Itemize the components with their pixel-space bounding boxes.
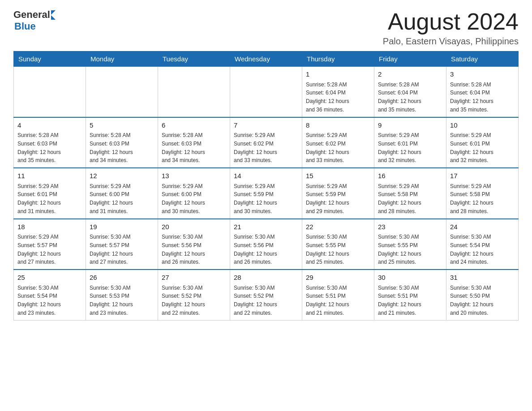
calendar-week-row: 18Sunrise: 5:29 AMSunset: 5:57 PMDayligh… [14,219,519,270]
calendar-day-cell [158,67,230,117]
title-section: August 2024 Palo, Eastern Visayas, Phili… [383,9,519,47]
calendar-day-cell: 11Sunrise: 5:29 AMSunset: 6:01 PMDayligh… [14,168,86,219]
day-info: Sunrise: 5:30 AMSunset: 5:54 PMDaylight:… [17,285,61,316]
day-number: 19 [90,222,154,232]
calendar-day-cell [86,67,158,117]
day-info: Sunrise: 5:30 AMSunset: 5:56 PMDaylight:… [162,234,205,265]
calendar-day-cell: 16Sunrise: 5:29 AMSunset: 5:58 PMDayligh… [374,168,446,219]
day-number: 13 [162,171,226,181]
calendar-day-cell: 15Sunrise: 5:29 AMSunset: 5:59 PMDayligh… [302,168,374,219]
day-number: 30 [378,273,442,283]
calendar-day-cell: 4Sunrise: 5:28 AMSunset: 6:03 PMDaylight… [14,117,86,168]
day-number: 21 [234,222,298,232]
logo-general: General [13,9,50,21]
weekday-header: Friday [374,51,446,67]
day-info: Sunrise: 5:29 AMSunset: 6:02 PMDaylight:… [306,132,349,163]
weekday-header: Sunday [14,51,86,67]
calendar-day-cell: 13Sunrise: 5:29 AMSunset: 6:00 PMDayligh… [158,168,230,219]
day-info: Sunrise: 5:30 AMSunset: 5:54 PMDaylight:… [450,234,493,265]
calendar-day-cell: 27Sunrise: 5:30 AMSunset: 5:52 PMDayligh… [158,270,230,320]
day-number: 9 [378,120,442,131]
day-number: 29 [306,273,370,283]
calendar-day-cell: 20Sunrise: 5:30 AMSunset: 5:56 PMDayligh… [158,219,230,270]
page-header: General Blue August 2024 Palo, Eastern V… [13,9,519,47]
day-number: 2 [378,69,442,80]
calendar-day-cell: 9Sunrise: 5:29 AMSunset: 6:01 PMDaylight… [374,117,446,168]
day-info: Sunrise: 5:30 AMSunset: 5:53 PMDaylight:… [90,285,133,316]
logo-blue: Blue [14,21,36,32]
day-number: 1 [306,69,370,80]
day-info: Sunrise: 5:28 AMSunset: 6:03 PMDaylight:… [162,132,205,163]
day-info: Sunrise: 5:28 AMSunset: 6:03 PMDaylight:… [90,132,133,163]
day-info: Sunrise: 5:30 AMSunset: 5:51 PMDaylight:… [378,285,421,316]
calendar-week-row: 25Sunrise: 5:30 AMSunset: 5:54 PMDayligh… [14,270,519,320]
calendar-day-cell: 31Sunrise: 5:30 AMSunset: 5:50 PMDayligh… [446,270,519,320]
weekday-header: Thursday [302,51,374,67]
day-number: 25 [17,273,82,283]
calendar-day-cell: 28Sunrise: 5:30 AMSunset: 5:52 PMDayligh… [230,270,302,320]
day-info: Sunrise: 5:30 AMSunset: 5:55 PMDaylight:… [306,234,349,265]
calendar-day-cell: 18Sunrise: 5:29 AMSunset: 5:57 PMDayligh… [14,219,86,270]
calendar-day-cell: 8Sunrise: 5:29 AMSunset: 6:02 PMDaylight… [302,117,374,168]
calendar-day-cell [230,67,302,117]
day-info: Sunrise: 5:30 AMSunset: 5:52 PMDaylight:… [162,285,205,316]
day-number: 10 [450,120,515,131]
day-number: 8 [306,120,370,131]
day-info: Sunrise: 5:29 AMSunset: 6:01 PMDaylight:… [450,132,493,163]
day-number: 15 [306,171,370,181]
calendar-week-row: 4Sunrise: 5:28 AMSunset: 6:03 PMDaylight… [14,117,519,168]
calendar-day-cell: 26Sunrise: 5:30 AMSunset: 5:53 PMDayligh… [86,270,158,320]
calendar-day-cell [14,67,86,117]
day-info: Sunrise: 5:28 AMSunset: 6:04 PMDaylight:… [306,81,349,113]
logo-arrow-bottom [51,15,56,20]
calendar-day-cell: 17Sunrise: 5:29 AMSunset: 5:58 PMDayligh… [446,168,519,219]
logo: General Blue [13,9,56,32]
day-number: 3 [450,69,515,80]
day-info: Sunrise: 5:29 AMSunset: 6:02 PMDaylight:… [234,132,277,163]
calendar-week-row: 1Sunrise: 5:28 AMSunset: 6:04 PMDaylight… [14,67,519,117]
calendar-day-cell: 24Sunrise: 5:30 AMSunset: 5:54 PMDayligh… [446,219,519,270]
day-number: 22 [306,222,370,232]
day-info: Sunrise: 5:28 AMSunset: 6:04 PMDaylight:… [378,81,421,113]
day-number: 18 [17,222,82,232]
weekday-header: Monday [86,51,158,67]
day-number: 11 [17,171,82,181]
calendar-day-cell: 22Sunrise: 5:30 AMSunset: 5:55 PMDayligh… [302,219,374,270]
calendar-day-cell: 10Sunrise: 5:29 AMSunset: 6:01 PMDayligh… [446,117,519,168]
day-number: 23 [378,222,442,232]
day-number: 27 [162,273,226,283]
day-number: 12 [90,171,154,181]
day-number: 26 [90,273,154,283]
day-number: 6 [162,120,226,131]
day-number: 4 [17,120,82,131]
calendar-day-cell: 29Sunrise: 5:30 AMSunset: 5:51 PMDayligh… [302,270,374,320]
calendar-day-cell: 30Sunrise: 5:30 AMSunset: 5:51 PMDayligh… [374,270,446,320]
calendar-day-cell: 14Sunrise: 5:29 AMSunset: 5:59 PMDayligh… [230,168,302,219]
logo-arrow-top [51,10,56,15]
day-info: Sunrise: 5:28 AMSunset: 6:03 PMDaylight:… [17,132,61,163]
day-number: 20 [162,222,226,232]
weekday-header: Saturday [446,51,519,67]
calendar-week-row: 11Sunrise: 5:29 AMSunset: 6:01 PMDayligh… [14,168,519,219]
day-number: 7 [234,120,298,131]
day-number: 14 [234,171,298,181]
calendar-header-row: SundayMondayTuesdayWednesdayThursdayFrid… [14,51,519,67]
day-info: Sunrise: 5:29 AMSunset: 5:59 PMDaylight:… [234,183,277,214]
calendar-day-cell: 1Sunrise: 5:28 AMSunset: 6:04 PMDaylight… [302,67,374,117]
day-number: 31 [450,273,515,283]
weekday-header: Wednesday [230,51,302,67]
day-info: Sunrise: 5:30 AMSunset: 5:51 PMDaylight:… [306,285,349,316]
calendar-table: SundayMondayTuesdayWednesdayThursdayFrid… [13,51,519,321]
day-info: Sunrise: 5:29 AMSunset: 5:57 PMDaylight:… [17,234,61,265]
day-info: Sunrise: 5:29 AMSunset: 5:59 PMDaylight:… [306,183,349,214]
calendar-day-cell: 3Sunrise: 5:28 AMSunset: 6:04 PMDaylight… [446,67,519,117]
calendar-day-cell: 2Sunrise: 5:28 AMSunset: 6:04 PMDaylight… [374,67,446,117]
day-info: Sunrise: 5:29 AMSunset: 5:58 PMDaylight:… [378,183,421,214]
day-number: 16 [378,171,442,181]
day-info: Sunrise: 5:29 AMSunset: 6:00 PMDaylight:… [162,183,205,214]
day-info: Sunrise: 5:30 AMSunset: 5:56 PMDaylight:… [234,234,277,265]
day-info: Sunrise: 5:30 AMSunset: 5:57 PMDaylight:… [90,234,133,265]
calendar-day-cell: 12Sunrise: 5:29 AMSunset: 6:00 PMDayligh… [86,168,158,219]
calendar-day-cell: 19Sunrise: 5:30 AMSunset: 5:57 PMDayligh… [86,219,158,270]
day-info: Sunrise: 5:29 AMSunset: 5:58 PMDaylight:… [450,183,493,214]
